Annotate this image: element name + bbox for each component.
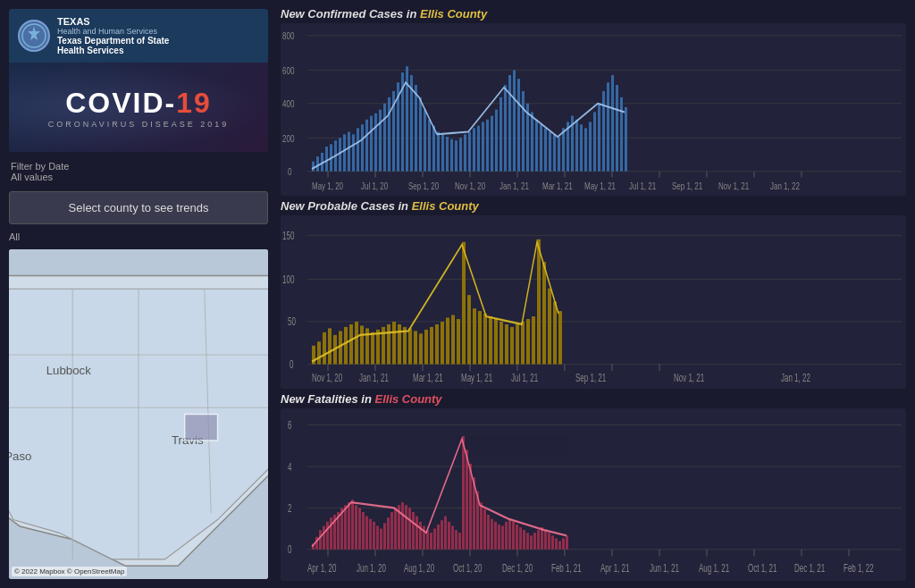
svg-rect-249 [512,521,515,549]
svg-rect-237 [469,464,472,550]
svg-rect-47 [428,120,431,172]
fatalities-chart-svg: 6 4 2 0 [281,408,906,581]
svg-rect-202 [344,505,347,549]
logo-box: TEXAS Health and Human Services Texas De… [9,9,268,152]
svg-rect-256 [537,530,540,550]
dept-sub2: Texas Department of State [57,36,169,46]
svg-rect-215 [390,512,393,550]
svg-text:Apr 1, 21: Apr 1, 21 [600,561,630,573]
svg-rect-216 [394,508,397,549]
svg-rect-258 [544,530,547,550]
svg-rect-74 [549,132,551,172]
dept-sub3: Health Services [57,46,169,55]
county-select[interactable]: Select county to see trends [9,191,268,224]
svg-rect-235 [462,436,465,550]
svg-text:Aug 1, 20: Aug 1, 20 [404,561,434,573]
svg-rect-242 [487,515,490,550]
svg-rect-44 [415,85,417,172]
svg-rect-127 [339,332,342,365]
svg-rect-251 [519,527,522,550]
svg-text:Jul 1, 20: Jul 1, 20 [361,181,388,192]
svg-rect-36 [379,110,382,172]
svg-rect-160 [516,324,519,365]
svg-rect-37 [383,104,386,172]
svg-rect-148 [451,315,455,365]
svg-rect-254 [530,535,533,549]
svg-rect-149 [457,319,460,365]
svg-rect-91 [625,107,627,172]
svg-rect-80 [575,120,578,172]
svg-rect-28 [343,134,346,171]
svg-rect-153 [478,311,482,364]
svg-rect-63 [499,97,502,172]
svg-rect-204 [351,500,354,550]
svg-text:Jul 1, 21: Jul 1, 21 [511,373,538,384]
svg-text:4: 4 [288,461,292,473]
svg-rect-231 [448,521,450,549]
svg-text:0: 0 [288,166,291,178]
svg-rect-125 [328,329,332,365]
svg-rect-33 [365,120,368,172]
svg-rect-154 [483,314,487,365]
svg-text:El Paso: El Paso [9,449,31,463]
dept-title: TEXAS [57,16,169,27]
svg-rect-161 [521,322,525,365]
filter-label: Filter by Date [11,161,266,172]
svg-rect-158 [505,324,508,365]
svg-rect-139 [403,327,407,365]
svg-rect-46 [424,110,426,172]
svg-rect-207 [362,512,365,550]
map-container[interactable]: Lubbock El Paso Travis © 2022 Mapbox © O… [9,249,268,579]
svg-rect-145 [435,324,439,365]
svg-rect-82 [584,128,587,171]
svg-rect-164 [537,239,541,365]
svg-text:0: 0 [290,359,294,371]
svg-rect-209 [369,518,372,549]
right-panel: New Confirmed Cases in Ellis County 800 … [277,0,915,588]
svg-text:800: 800 [282,30,294,42]
svg-rect-49 [437,132,440,172]
svg-rect-70 [531,112,533,171]
svg-text:Jun 1, 21: Jun 1, 21 [650,561,679,573]
svg-rect-89 [616,85,618,172]
svg-rect-27 [339,138,341,171]
svg-rect-226 [430,533,432,550]
svg-text:Sep 1, 21: Sep 1, 21 [672,181,702,192]
covid-title: COVID-19 [65,87,212,120]
covid-subtitle: CORONAVIRUS DISEASE 2019 [48,120,229,129]
svg-rect-223 [419,521,422,549]
svg-rect-131 [360,326,364,365]
svg-rect-77 [562,128,565,171]
svg-rect-61 [491,116,493,172]
svg-rect-214 [387,517,390,550]
svg-rect-230 [444,516,447,549]
svg-text:Lubbock: Lubbock [46,364,92,377]
svg-rect-134 [376,330,380,365]
svg-rect-59 [482,122,484,171]
confirmed-chart-section: New Confirmed Cases in Ellis County 800 … [281,7,906,196]
svg-rect-218 [401,502,404,550]
logo-top-bar: TEXAS Health and Human Services Texas De… [9,9,268,63]
svg-text:0: 0 [288,543,292,555]
svg-rect-64 [504,85,507,172]
svg-rect-159 [510,327,514,365]
svg-text:Nov 1, 20: Nov 1, 20 [312,373,342,384]
svg-rect-165 [542,262,546,365]
svg-rect-228 [437,525,440,550]
svg-rect-264 [566,535,568,549]
svg-text:100: 100 [282,274,295,286]
svg-rect-210 [373,521,375,549]
svg-text:Sep 1, 20: Sep 1, 20 [408,181,439,192]
svg-rect-212 [380,528,382,549]
svg-rect-206 [358,508,361,549]
svg-rect-53 [455,140,458,172]
svg-text:600: 600 [282,64,294,76]
svg-rect-58 [477,126,480,172]
svg-rect-146 [441,322,444,365]
svg-rect-87 [607,82,609,171]
svg-text:Nov 1, 21: Nov 1, 21 [718,181,749,192]
svg-rect-34 [370,116,373,172]
svg-rect-245 [498,525,500,550]
svg-rect-213 [383,523,386,549]
confirmed-chart-area: 800 600 400 200 0 [281,23,906,196]
